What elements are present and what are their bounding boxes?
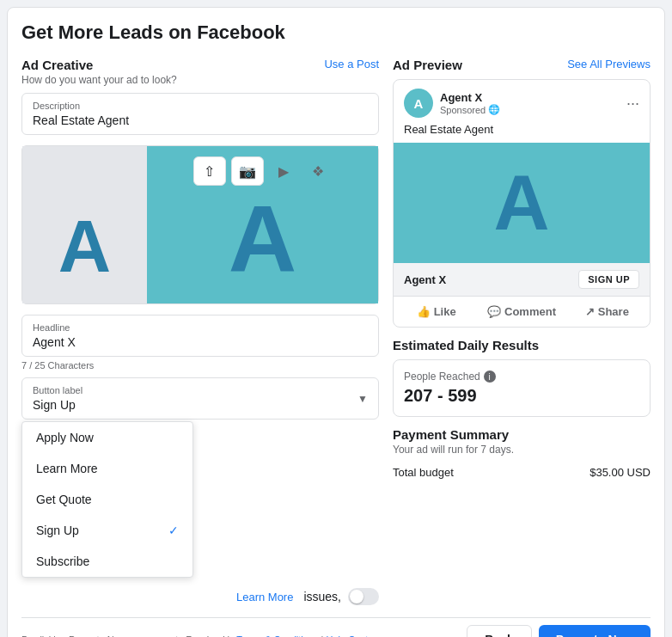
left-panel: Ad Creative How do you want your ad to l… — [21, 58, 379, 605]
ad-preview-letter: A — [494, 164, 550, 242]
result-card: People Reached i 207 - 599 — [393, 359, 651, 417]
toggle-knob — [350, 590, 363, 603]
select-image-btn[interactable]: 📷 — [231, 156, 264, 186]
more-options-icon[interactable]: ··· — [626, 95, 639, 113]
dropdown-item-apply-now[interactable]: Apply Now — [22, 422, 192, 453]
upload-controls: ⇧ 📷 ▶ ❖ — [193, 156, 333, 186]
payment-title: Payment Summary — [393, 427, 651, 442]
payment-row: Total budget $35.00 USD — [393, 462, 651, 482]
see-all-previews-link[interactable]: See All Previews — [567, 58, 651, 70]
description-label: Description — [33, 101, 368, 111]
checkmark-icon: ✓ — [168, 524, 179, 537]
video-btn[interactable]: ▶ — [269, 156, 298, 186]
like-icon: 👍 — [417, 305, 431, 318]
main-content: Ad Creative How do you want your ad to l… — [21, 58, 651, 605]
ad-preview-agent-header: A Agent X Sponsored 🌐 ··· — [394, 80, 650, 123]
dropdown-menu: Apply Now Learn More Get Quote Sign Up ✓… — [21, 421, 193, 578]
footer: By clicking Promote Now, you agree to Fa… — [21, 617, 651, 637]
total-budget-label: Total budget — [393, 466, 454, 479]
issues-text: issues, — [303, 590, 341, 603]
description-value[interactable]: Real Estate Agent — [33, 113, 368, 127]
avatar: A — [404, 89, 433, 118]
ad-preview-bottom-name: Agent X — [404, 273, 446, 286]
ad-creative-title: Ad Creative — [21, 58, 177, 72]
estimated-section: Estimated Daily Results People Reached i… — [393, 338, 651, 417]
button-label-dropdown[interactable]: Button label Sign Up ▼ — [21, 377, 379, 420]
crop-btn[interactable]: ❖ — [303, 156, 333, 186]
button-label-left: Button label Sign Up — [33, 385, 357, 412]
description-field: Description Real Estate Agent — [21, 93, 379, 135]
image-upload-left: A — [22, 146, 147, 303]
sign-up-button[interactable]: SIGN UP — [578, 270, 639, 289]
ad-preview-header: Ad Preview See All Previews — [393, 58, 651, 72]
button-label-label: Button label — [33, 385, 357, 395]
globe-icon: 🌐 — [488, 104, 500, 115]
total-budget-value: $35.00 USD — [590, 466, 651, 479]
footer-buttons: Back Promote Now — [467, 625, 651, 637]
people-reached-label: People Reached i — [404, 371, 639, 383]
ad-preview-bottom: Agent X SIGN UP — [394, 263, 650, 296]
upload-image-btn[interactable]: ⇧ — [193, 156, 226, 186]
char-count: 7 / 25 Characters — [21, 360, 379, 371]
ad-preview-box: A Agent X Sponsored 🌐 ··· Real Estate Ag… — [393, 79, 651, 328]
comment-button[interactable]: 💬 Comment — [479, 300, 564, 323]
payment-section: Payment Summary Your ad will run for 7 d… — [393, 427, 651, 482]
info-icon[interactable]: i — [484, 371, 496, 383]
button-label-value: Sign Up — [33, 398, 357, 412]
share-icon: ↗ — [585, 305, 595, 318]
promote-now-button[interactable]: Promote Now — [539, 625, 651, 637]
ad-preview-sponsored: Sponsored 🌐 — [440, 104, 500, 115]
people-reached-value: 207 - 599 — [404, 386, 639, 406]
dropdown-arrow-icon: ▼ — [357, 393, 368, 405]
estimated-title: Estimated Daily Results — [393, 338, 651, 352]
ad-preview-title: Ad Preview — [393, 58, 462, 72]
page-title: Get More Leads on Facebook — [21, 21, 651, 44]
like-button[interactable]: 👍 Like — [394, 300, 479, 323]
dropdown-item-subscribe[interactable]: Subscribe — [22, 546, 192, 577]
right-panel: Ad Preview See All Previews A Agent X Sp… — [393, 58, 651, 605]
ad-preview-image: A — [394, 143, 650, 263]
ad-preview-description: Real Estate Agent — [394, 123, 650, 143]
comment-icon: 💬 — [487, 305, 501, 318]
image-upload-area[interactable]: A ⇧ 📷 ▶ ❖ A — [21, 145, 379, 304]
dropdown-item-learn-more[interactable]: Learn More — [22, 453, 192, 484]
back-button[interactable]: Back — [467, 625, 531, 637]
ad-preview-agent-name: Agent X — [440, 91, 500, 104]
right-letter: A — [229, 191, 296, 285]
headline-value[interactable]: Agent X — [33, 335, 368, 349]
ad-creative-subtitle: How do you want your ad to look? — [21, 74, 177, 86]
page-wrapper: Get More Leads on Facebook Ad Creative H… — [7, 7, 665, 637]
left-letter: A — [22, 168, 147, 325]
bottom-row: Learn More issues, — [21, 588, 379, 605]
image-upload-right: ⇧ 📷 ▶ ❖ A — [147, 146, 378, 303]
dropdown-item-get-quote[interactable]: Get Quote — [22, 484, 192, 515]
use-post-link[interactable]: Use a Post — [324, 58, 379, 70]
ad-creative-title-group: Ad Creative How do you want your ad to l… — [21, 58, 177, 86]
ad-preview-actions: 👍 Like 💬 Comment ↗ Share — [394, 296, 650, 327]
dropdown-item-sign-up[interactable]: Sign Up ✓ — [22, 515, 192, 546]
toggle-switch[interactable] — [348, 588, 379, 605]
toggle-row: issues, — [303, 588, 379, 605]
payment-subtitle: Your ad will run for 7 days. — [393, 444, 651, 456]
ad-creative-header: Ad Creative How do you want your ad to l… — [21, 58, 379, 86]
share-button[interactable]: ↗ Share — [565, 300, 650, 323]
learn-more-link[interactable]: Learn More — [236, 591, 293, 603]
ad-preview-agent-info: Agent X Sponsored 🌐 — [440, 91, 500, 115]
